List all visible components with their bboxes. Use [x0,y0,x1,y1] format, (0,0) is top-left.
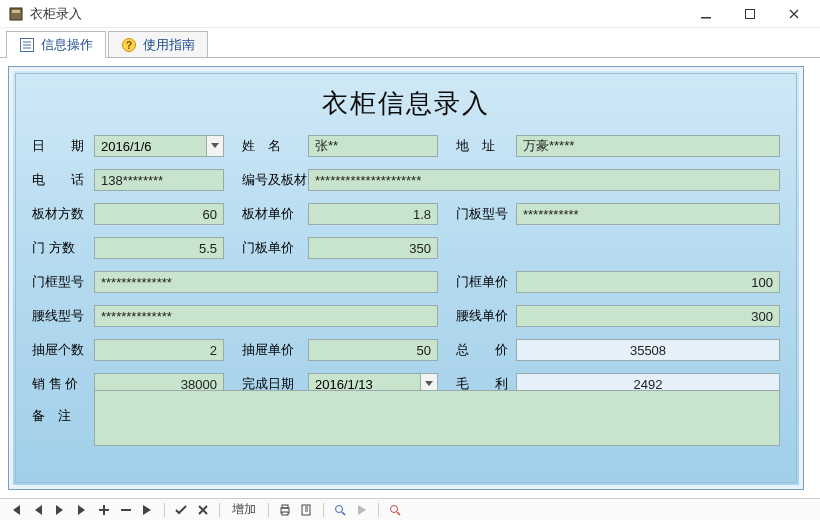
drawer-price-field[interactable]: 50 [308,339,438,361]
label-frame-model: 门框型号 [32,273,94,291]
svg-rect-3 [746,9,755,18]
label-door-qty: 门 方数 [32,239,94,257]
label-door-price: 门板单价 [242,239,308,257]
date-value: 2016/1/6 [94,135,206,157]
tab-info[interactable]: 信息操作 [6,31,106,58]
close-button[interactable] [772,0,816,28]
next-record-button[interactable] [50,501,70,519]
maximize-button[interactable] [728,0,772,28]
svg-line-16 [342,512,345,515]
label-addr: 地 址 [456,137,516,155]
inner-frame: 衣柜信息录入 日 期 2016/1/6 姓 名 张** 地 址 万豪***** … [8,66,804,490]
svg-rect-1 [12,10,20,13]
tab-label: 信息操作 [41,36,93,54]
tab-label: 使用指南 [143,36,195,54]
name-field[interactable]: 张** [308,135,438,157]
frame-price-field[interactable]: 100 [516,271,780,293]
svg-text:?: ? [126,40,132,51]
label-total: 总 价 [456,341,516,359]
total-field: 35508 [516,339,780,361]
door-model-field[interactable]: *********** [516,203,780,225]
svg-line-18 [397,512,400,515]
preview-button[interactable] [385,501,405,519]
code-material-field[interactable]: ********************* [308,169,780,191]
svg-point-17 [391,505,398,512]
edit-record-button[interactable] [138,501,158,519]
frame-model-field[interactable]: ************** [94,271,438,293]
label-door-model: 门板型号 [456,205,516,223]
svg-rect-10 [121,509,131,511]
label-waist-model: 腰线型号 [32,307,94,325]
app-icon [8,6,24,22]
tab-bar: 信息操作 ? 使用指南 [0,28,820,58]
label-waist-price: 腰线单价 [456,307,516,325]
prev-record-button[interactable] [28,501,48,519]
svg-rect-12 [282,505,288,508]
drawer-count-field[interactable]: 2 [94,339,224,361]
add-button[interactable]: 增加 [226,501,262,519]
waist-price-field[interactable]: 300 [516,305,780,327]
chevron-down-icon[interactable] [206,135,224,157]
label-name: 姓 名 [242,137,308,155]
addr-field[interactable]: 万豪***** [516,135,780,157]
help-icon: ? [121,37,137,53]
svg-point-15 [336,505,343,512]
label-board-price: 板材单价 [242,205,308,223]
minimize-button[interactable] [684,0,728,28]
zoom-button[interactable] [330,501,350,519]
svg-rect-0 [10,8,22,20]
date-field[interactable]: 2016/1/6 [94,135,224,157]
window-title: 衣柜录入 [30,5,82,23]
label-sale-price: 销 售 价 [32,375,94,393]
remarks-field[interactable] [94,390,780,446]
add-record-button[interactable] [94,501,114,519]
waist-model-field[interactable]: ************** [94,305,438,327]
door-qty-field[interactable]: 5.5 [94,237,224,259]
content-area: 衣柜信息录入 日 期 2016/1/6 姓 名 张** 地 址 万豪***** … [0,58,820,498]
phone-field[interactable]: 138******** [94,169,224,191]
door-price-field[interactable]: 350 [308,237,438,259]
run-button[interactable] [352,501,372,519]
label-remarks: 备 注 [32,405,94,425]
svg-rect-13 [282,512,288,515]
label-frame-price: 门框单价 [456,273,516,291]
label-date: 日 期 [32,137,94,155]
title-bar: 衣柜录入 [0,0,820,28]
board-qty-field[interactable]: 60 [94,203,224,225]
label-board-qty: 板材方数 [32,205,94,223]
tab-guide[interactable]: ? 使用指南 [108,31,208,57]
first-record-button[interactable] [6,501,26,519]
svg-rect-2 [701,17,711,19]
delete-record-button[interactable] [116,501,136,519]
cancel-button[interactable] [193,501,213,519]
board-price-field[interactable]: 1.8 [308,203,438,225]
label-code-material: 编号及板材 [242,171,308,189]
export-button[interactable] [297,501,317,519]
label-drawer-count: 抽屉个数 [32,341,94,359]
nav-toolbar: 增加 [0,498,820,520]
label-drawer-price: 抽屉单价 [242,341,308,359]
form-title: 衣柜信息录入 [32,86,780,121]
last-record-button[interactable] [72,501,92,519]
confirm-button[interactable] [171,501,191,519]
label-phone: 电 话 [32,171,94,189]
print-button[interactable] [275,501,295,519]
form-grid: 日 期 2016/1/6 姓 名 张** 地 址 万豪***** 电 话 138… [32,133,780,431]
list-icon [19,37,35,53]
form-panel: 衣柜信息录入 日 期 2016/1/6 姓 名 张** 地 址 万豪***** … [15,73,797,483]
